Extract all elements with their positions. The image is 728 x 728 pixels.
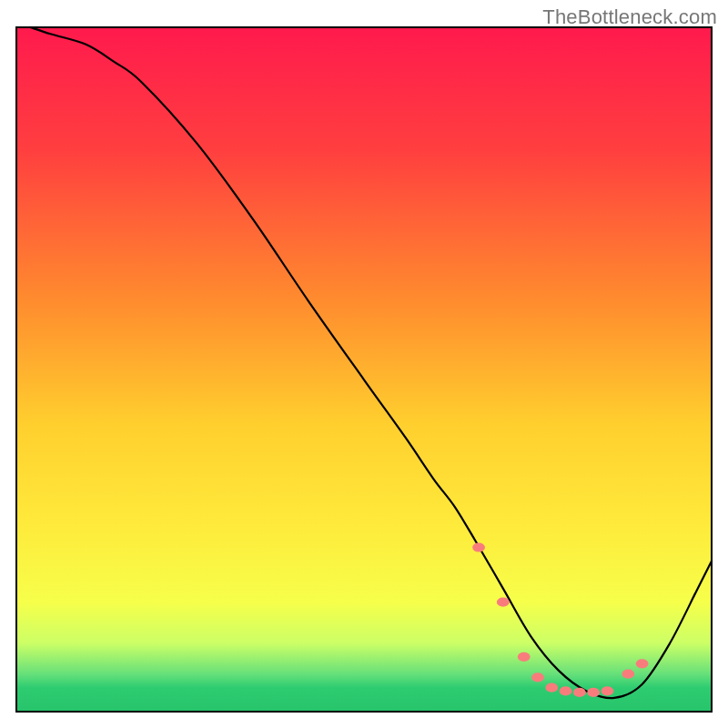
optimal-point-marker xyxy=(472,542,485,551)
optimal-point-marker xyxy=(587,688,600,697)
optimal-point-marker xyxy=(545,683,558,693)
optimal-point-marker xyxy=(531,672,544,682)
optimal-point-marker xyxy=(497,598,510,607)
optimal-point-marker xyxy=(602,686,614,695)
optimal-point-marker xyxy=(573,688,586,697)
optimal-point-marker xyxy=(560,686,572,695)
optimal-point-marker xyxy=(518,652,531,662)
chart-container: TheBottleneck.com xyxy=(0,0,728,728)
chart-plot xyxy=(0,0,728,728)
optimal-point-marker xyxy=(622,670,634,679)
plot-background xyxy=(16,27,712,712)
watermark-text: TheBottleneck.com xyxy=(542,5,717,29)
optimal-point-marker xyxy=(636,659,649,668)
